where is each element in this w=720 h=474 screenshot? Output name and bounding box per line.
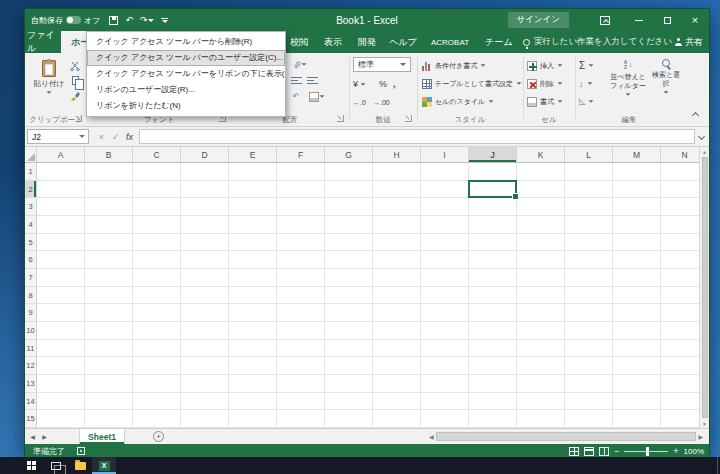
cell-F7[interactable]: [277, 269, 325, 287]
cell-M4[interactable]: [613, 216, 661, 234]
cell-B7[interactable]: [85, 269, 133, 287]
cell-B9[interactable]: [85, 304, 133, 322]
copy-button[interactable]: [68, 74, 82, 87]
cell-M10[interactable]: [613, 322, 661, 340]
cell-M7[interactable]: [613, 269, 661, 287]
cell-B12[interactable]: [85, 357, 133, 375]
merge-center-button[interactable]: [305, 90, 329, 103]
fill-button[interactable]: ↓: [579, 75, 605, 92]
increase-indent-button[interactable]: [305, 74, 319, 87]
redo-button[interactable]: ↷: [140, 16, 155, 25]
cell-J4[interactable]: [469, 216, 517, 234]
sheet-next-button[interactable]: ▶: [39, 429, 50, 444]
cell-D11[interactable]: [181, 340, 229, 358]
excel-taskbar-button[interactable]: X: [92, 457, 116, 474]
close-button[interactable]: ×: [681, 9, 709, 31]
cell-F2[interactable]: [277, 181, 325, 199]
cell-D3[interactable]: [181, 198, 229, 216]
collapse-ribbon-button[interactable]: [691, 110, 701, 120]
cell-H7[interactable]: [373, 269, 421, 287]
cell-C8[interactable]: [133, 287, 181, 305]
cell-F10[interactable]: [277, 322, 325, 340]
row-header-2[interactable]: 2: [25, 181, 37, 199]
delete-cells-button[interactable]: 削除: [527, 75, 573, 92]
cell-L11[interactable]: [565, 340, 613, 358]
row-header-12[interactable]: 12: [25, 357, 37, 375]
cell-F1[interactable]: [277, 163, 325, 181]
tab-view[interactable]: 表示: [317, 31, 349, 53]
cell-C13[interactable]: [133, 375, 181, 393]
cell-A12[interactable]: [37, 357, 85, 375]
cell-L5[interactable]: [565, 234, 613, 252]
cell-C12[interactable]: [133, 357, 181, 375]
comma-style-button[interactable]: ,: [393, 77, 396, 91]
cell-C15[interactable]: [133, 410, 181, 428]
column-header-K[interactable]: K: [517, 147, 565, 162]
column-header-G[interactable]: G: [325, 147, 373, 162]
cell-D6[interactable]: [181, 251, 229, 269]
sort-filter-button[interactable]: AZ ↓ 並べ替えとフィルター: [609, 55, 647, 113]
cell-L15[interactable]: [565, 410, 613, 428]
cell-D13[interactable]: [181, 375, 229, 393]
cell-K6[interactable]: [517, 251, 565, 269]
cell-L12[interactable]: [565, 357, 613, 375]
clear-button[interactable]: ◺: [579, 93, 605, 110]
cell-B8[interactable]: [85, 287, 133, 305]
enter-button[interactable]: ✓: [109, 129, 122, 144]
cell-L10[interactable]: [565, 322, 613, 340]
cell-J3[interactable]: [469, 198, 517, 216]
context-menu-item[interactable]: クイック アクセス ツール バーから削除(R): [87, 34, 285, 50]
cell-K12[interactable]: [517, 357, 565, 375]
context-menu-item[interactable]: クイック アクセス ツール バーをリボンの下に表示(S): [87, 66, 285, 82]
cell-G1[interactable]: [325, 163, 373, 181]
cut-button[interactable]: [68, 59, 82, 72]
cell-I5[interactable]: [421, 234, 469, 252]
row-header-10[interactable]: 10: [25, 322, 37, 340]
select-all-button[interactable]: [25, 147, 37, 162]
percent-style-button[interactable]: %: [379, 77, 387, 91]
cell-C4[interactable]: [133, 216, 181, 234]
cell-H4[interactable]: [373, 216, 421, 234]
cell-G7[interactable]: [325, 269, 373, 287]
cell-J14[interactable]: [469, 393, 517, 411]
cell-M9[interactable]: [613, 304, 661, 322]
cell-K13[interactable]: [517, 375, 565, 393]
cell-L3[interactable]: [565, 198, 613, 216]
macro-record-icon[interactable]: [77, 447, 85, 455]
cell-H9[interactable]: [373, 304, 421, 322]
cell-K15[interactable]: [517, 410, 565, 428]
column-header-L[interactable]: L: [565, 147, 613, 162]
alignment-dialog-launcher[interactable]: [337, 115, 344, 122]
cell-J9[interactable]: [469, 304, 517, 322]
format-painter-button[interactable]: [68, 89, 82, 102]
add-sheet-button[interactable]: +: [153, 431, 164, 442]
cell-E7[interactable]: [229, 269, 277, 287]
cell-E13[interactable]: [229, 375, 277, 393]
context-menu-item[interactable]: クイック アクセス ツール バーのユーザー設定(C)...: [87, 50, 285, 66]
cell-G2[interactable]: [325, 181, 373, 199]
tab-file[interactable]: ファイル: [27, 31, 61, 53]
cell-C11[interactable]: [133, 340, 181, 358]
cell-K9[interactable]: [517, 304, 565, 322]
cell-F5[interactable]: [277, 234, 325, 252]
cell-J8[interactable]: [469, 287, 517, 305]
cell-F6[interactable]: [277, 251, 325, 269]
tab-team[interactable]: チーム: [479, 31, 519, 53]
cell-I12[interactable]: [421, 357, 469, 375]
cell-B11[interactable]: [85, 340, 133, 358]
cell-J5[interactable]: [469, 234, 517, 252]
sheet-tab-sheet1[interactable]: Sheet1: [79, 429, 125, 444]
cancel-button[interactable]: ×: [95, 129, 108, 144]
ribbon-display-options-button[interactable]: [591, 9, 619, 31]
autosave-control[interactable]: 自動保存 オフ: [25, 15, 100, 26]
cell-C5[interactable]: [133, 234, 181, 252]
scroll-up-icon[interactable]: ▲: [702, 147, 707, 156]
cell-F11[interactable]: [277, 340, 325, 358]
tab-acrobat[interactable]: ACROBAT: [423, 31, 477, 53]
cell-C10[interactable]: [133, 322, 181, 340]
cell-E11[interactable]: [229, 340, 277, 358]
row-header-1[interactable]: 1: [25, 163, 37, 181]
cell-F12[interactable]: [277, 357, 325, 375]
formula-input[interactable]: [139, 129, 695, 144]
cell-D12[interactable]: [181, 357, 229, 375]
